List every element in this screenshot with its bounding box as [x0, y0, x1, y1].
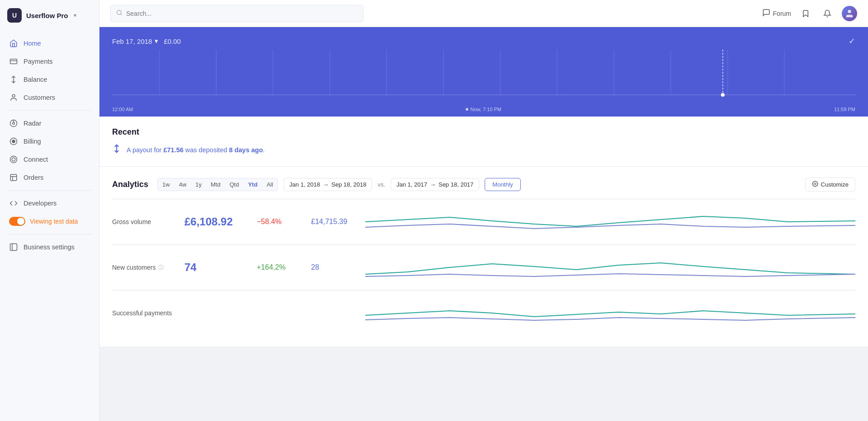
time-filter-1w[interactable]: 1w: [158, 178, 175, 191]
monthly-button[interactable]: Monthly: [485, 178, 521, 191]
toggle-knob: [17, 218, 24, 225]
svg-point-9: [10, 156, 17, 163]
metric-value-gross-volume: £6,108.92: [184, 215, 248, 228]
recent-section: Recent A payout for £71.56 was deposited…: [99, 117, 868, 167]
customize-label: Customize: [821, 181, 849, 188]
sidebar-item-home[interactable]: Home: [0, 34, 99, 52]
sidebar-item-label: Business settings: [24, 243, 75, 251]
time-filter-qtd[interactable]: Qtd: [225, 178, 244, 191]
sidebar-item-payments[interactable]: Payments: [0, 52, 99, 70]
app-logo[interactable]: U Userflow Pro ▾: [0, 0, 99, 31]
avatar[interactable]: [842, 6, 857, 21]
compare-from: Jan 1, 2017: [396, 181, 427, 188]
svg-point-35: [814, 183, 816, 185]
chart-canvas: [112, 50, 855, 104]
sidebar-item-label: Payments: [24, 58, 52, 65]
arrow-icon: →: [323, 181, 329, 188]
orders-icon: [9, 173, 18, 182]
connect-icon: [9, 155, 18, 164]
developers-icon: [9, 199, 18, 208]
time-filter-all[interactable]: All: [262, 178, 278, 191]
svg-point-8: [12, 140, 15, 143]
recent-item-payout: A payout for £71.56 was deposited 8 days…: [112, 144, 855, 155]
app-name: Userflow Pro: [26, 12, 68, 19]
chart-amount: £0.00: [164, 37, 181, 45]
payout-amount: £71.56: [163, 146, 183, 154]
settings-icon: [9, 243, 18, 252]
metric-comparison-gross-volume: £14,715.39: [311, 218, 356, 226]
chart-collapse-button[interactable]: ✓: [849, 36, 855, 46]
svg-rect-0: [10, 59, 17, 64]
svg-rect-11: [10, 174, 17, 181]
topbar-right: Forum: [762, 6, 857, 21]
time-filter-1y[interactable]: 1y: [191, 178, 206, 191]
billing-icon: [9, 137, 18, 146]
payout-amount-link[interactable]: £71.56: [163, 146, 183, 154]
svg-point-33: [721, 93, 725, 97]
test-data-toggle[interactable]: Viewing test data: [0, 212, 99, 230]
info-icon[interactable]: ⓘ: [158, 264, 164, 271]
time-filter-4w[interactable]: 4w: [175, 178, 191, 191]
notification-icon[interactable]: [820, 6, 835, 21]
chart-header: Feb 17, 2018 ▾ £0.00 ✓: [112, 36, 855, 46]
payout-days: 8 days ago: [229, 146, 263, 154]
test-data-label: Viewing test data: [30, 218, 78, 225]
content-area: Feb 17, 2018 ▾ £0.00 ✓: [99, 27, 868, 421]
svg-rect-14: [10, 244, 17, 251]
metric-chart-gross-volume: [365, 208, 855, 235]
compare-to: Sep 18, 2017: [439, 181, 473, 188]
svg-point-16: [117, 10, 121, 14]
sidebar-nav: Home Payments Balance C: [0, 31, 99, 421]
metric-label-successful-payments: Successful payments: [112, 309, 175, 317]
balance-icon: [9, 75, 18, 84]
metric-row-gross-volume: Gross volume £6,108.92 −58.4% £14,715.39: [112, 199, 855, 244]
metric-row-successful-payments: Successful payments: [112, 290, 855, 336]
time-filter-mtd[interactable]: Mtd: [206, 178, 225, 191]
customers-icon: [9, 93, 18, 102]
chevron-down-icon: ▾: [74, 12, 76, 19]
search-box[interactable]: [110, 5, 363, 22]
chart-date-selector[interactable]: Feb 17, 2018 ▾: [112, 37, 158, 45]
sidebar: U Userflow Pro ▾ Home Payments: [0, 0, 99, 421]
sidebar-item-customers[interactable]: Customers: [0, 89, 99, 107]
forum-icon: [762, 9, 770, 18]
nav-divider-3: [7, 234, 92, 234]
sidebar-item-label: Home: [24, 40, 41, 47]
metric-chart-new-customers: [365, 254, 855, 281]
sidebar-item-balance[interactable]: Balance: [0, 70, 99, 89]
sidebar-item-label: Radar: [24, 120, 42, 127]
sidebar-item-label: Customers: [24, 94, 55, 101]
sidebar-item-billing[interactable]: Billing: [0, 132, 99, 150]
topbar: Forum: [99, 0, 868, 27]
bookmark-icon[interactable]: [798, 6, 813, 21]
logo-icon: U: [7, 8, 22, 23]
sidebar-item-label: Developers: [24, 200, 57, 207]
date-range-compare[interactable]: Jan 1, 2017 → Sep 18, 2017: [391, 178, 479, 191]
nav-divider-2: [7, 190, 92, 191]
customize-button[interactable]: Customize: [805, 178, 855, 192]
sidebar-item-business-settings[interactable]: Business settings: [0, 238, 99, 256]
forum-link[interactable]: Forum: [762, 9, 791, 18]
metric-change-new-customers: +164.2%: [257, 263, 302, 271]
sidebar-item-orders[interactable]: Orders: [0, 168, 99, 187]
time-filter-ytd[interactable]: Ytd: [244, 178, 262, 191]
sidebar-item-label: Balance: [24, 76, 47, 83]
home-icon: [9, 39, 18, 48]
toggle-switch: [9, 217, 25, 226]
search-input[interactable]: [126, 10, 358, 17]
sidebar-item-label: Connect: [24, 156, 48, 163]
analytics-title: Analytics: [112, 180, 148, 189]
date-from: Jan 1, 2018: [289, 181, 320, 188]
search-icon: [116, 9, 123, 18]
analytics-section: Analytics 1w 4w 1y Mtd Qtd Ytd All Jan 1…: [99, 167, 868, 346]
metric-change-gross-volume: −58.4%: [257, 218, 302, 226]
metric-comparison-new-customers: 28: [311, 263, 356, 271]
timeline-dot: [466, 108, 468, 111]
nav-divider: [7, 110, 92, 111]
sidebar-item-radar[interactable]: Radar: [0, 114, 99, 132]
timeline-end: 11:59 PM: [834, 107, 855, 112]
sidebar-item-developers[interactable]: Developers: [0, 194, 99, 212]
date-range-current[interactable]: Jan 1, 2018 → Sep 18, 2018: [283, 178, 372, 191]
sidebar-item-connect[interactable]: Connect: [0, 150, 99, 168]
payout-icon: [112, 144, 121, 155]
